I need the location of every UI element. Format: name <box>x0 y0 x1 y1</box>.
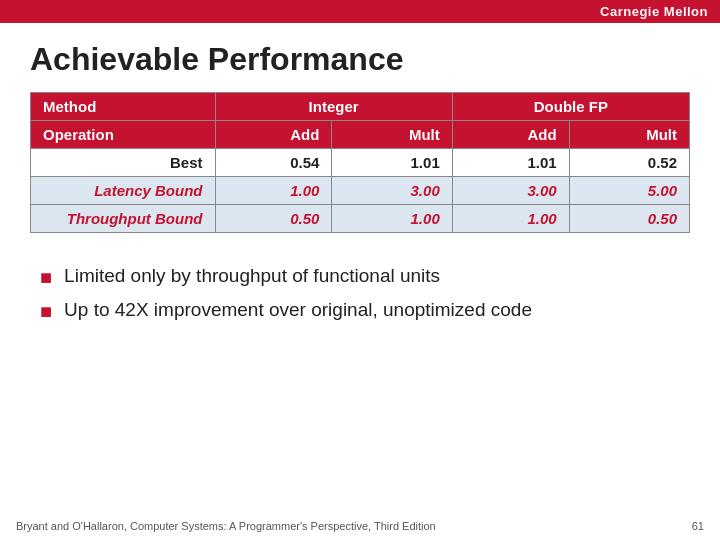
cell-throughput-fp-mult: 0.50 <box>569 205 689 233</box>
page-title: Achievable Performance <box>30 41 690 78</box>
cell-latency-fp-mult: 5.00 <box>569 177 689 205</box>
table-row-throughput: Throughput Bound 0.50 1.00 1.00 0.50 <box>31 205 690 233</box>
table-header-row-2: Operation Add Mult Add Mult <box>31 121 690 149</box>
bullet-icon-1: ■ <box>40 266 52 289</box>
col-header-integer: Integer <box>215 93 452 121</box>
cell-best-int-mult: 1.01 <box>332 149 452 177</box>
brand-name: Carnegie Mellon <box>600 4 708 19</box>
cell-throughput-int-add: 0.50 <box>215 205 332 233</box>
footer: Bryant and O'Hallaron, Computer Systems:… <box>16 520 704 532</box>
col-header-method: Method <box>31 93 216 121</box>
bullet-text-1: Limited only by throughput of functional… <box>64 265 440 287</box>
cell-latency-method: Latency Bound <box>31 177 216 205</box>
cell-throughput-fp-add: 1.00 <box>452 205 569 233</box>
subheader-operation: Operation <box>31 121 216 149</box>
bullet-item-2: ■ Up to 42X improvement over original, u… <box>40 299 690 323</box>
cell-latency-int-add: 1.00 <box>215 177 332 205</box>
bullet-icon-2: ■ <box>40 300 52 323</box>
cell-best-fp-mult: 0.52 <box>569 149 689 177</box>
table-row-best: Best 0.54 1.01 1.01 0.52 <box>31 149 690 177</box>
table-row-latency: Latency Bound 1.00 3.00 3.00 5.00 <box>31 177 690 205</box>
cell-best-int-add: 0.54 <box>215 149 332 177</box>
subheader-fp-mult: Mult <box>569 121 689 149</box>
cell-throughput-method: Throughput Bound <box>31 205 216 233</box>
col-header-doublefp: Double FP <box>452 93 689 121</box>
subheader-int-add: Add <box>215 121 332 149</box>
cell-throughput-int-mult: 1.00 <box>332 205 452 233</box>
subheader-int-mult: Mult <box>332 121 452 149</box>
footer-left: Bryant and O'Hallaron, Computer Systems:… <box>16 520 436 532</box>
performance-table: Method Integer Double FP Operation Add M… <box>30 92 690 233</box>
bullet-text-2: Up to 42X improvement over original, uno… <box>64 299 532 321</box>
bullet-list: ■ Limited only by throughput of function… <box>40 265 690 323</box>
cell-latency-fp-add: 3.00 <box>452 177 569 205</box>
subheader-fp-add: Add <box>452 121 569 149</box>
main-content: Achievable Performance Method Integer Do… <box>0 23 720 343</box>
footer-right: 61 <box>692 520 704 532</box>
cell-best-method: Best <box>31 149 216 177</box>
cmu-header-bar: Carnegie Mellon <box>0 0 720 23</box>
bullet-item-1: ■ Limited only by throughput of function… <box>40 265 690 289</box>
cell-best-fp-add: 1.01 <box>452 149 569 177</box>
cell-latency-int-mult: 3.00 <box>332 177 452 205</box>
table-header-row-1: Method Integer Double FP <box>31 93 690 121</box>
